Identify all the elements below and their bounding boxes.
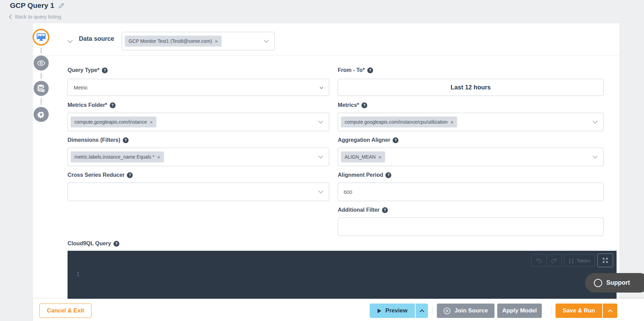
- play-icon: [377, 308, 382, 313]
- redo-button[interactable]: [546, 255, 561, 266]
- metrics-folder-label: Metrics Folder* ?: [68, 101, 116, 109]
- apply-model-button[interactable]: Apply Model: [497, 304, 542, 318]
- back-link-label: Back to query listing: [15, 14, 61, 20]
- stepper-connector: [41, 98, 41, 105]
- help-icon[interactable]: ?: [361, 102, 367, 108]
- editor-line-number: 1: [76, 271, 80, 277]
- help-icon[interactable]: ?: [114, 241, 119, 247]
- datasource-section-label: Data source: [79, 35, 114, 42]
- cancel-exit-button[interactable]: Cancel & Exit: [39, 304, 92, 318]
- remove-tag-icon[interactable]: ×: [450, 120, 453, 125]
- save-run-button[interactable]: Save & Run: [556, 304, 602, 318]
- metrics-tag: compute.googleapis.com/instance/cpu/util…: [341, 116, 457, 127]
- plus-circle-icon: [443, 307, 451, 314]
- eye-icon: [37, 60, 45, 66]
- datasource-tag-label: GCP Monitor Test1 (Test8@some.com): [129, 38, 212, 44]
- undo-button[interactable]: [532, 255, 546, 266]
- stepper-step-datasource-settings[interactable]: [34, 81, 49, 96]
- additional-filter-label: Additional Filter ?: [338, 206, 388, 214]
- help-icon[interactable]: ?: [367, 67, 373, 73]
- fullscreen-expand-icon[interactable]: [597, 254, 613, 267]
- query-title-text: GCP Query 1: [10, 1, 54, 10]
- preview-button[interactable]: Preview: [370, 304, 415, 318]
- button-divider: [432, 306, 433, 315]
- chevron-down-icon: [318, 189, 323, 195]
- alignment-period-input[interactable]: [338, 183, 604, 201]
- datasource-select[interactable]: GCP Monitor Test1 (Test8@some.com) ×: [122, 32, 275, 50]
- edit-title-pencil-icon[interactable]: [58, 2, 65, 9]
- editor-toolbar: {:} Token: [531, 254, 613, 267]
- remove-tag-icon[interactable]: ×: [157, 155, 160, 160]
- stepper-step-visualization[interactable]: [33, 29, 49, 46]
- help-icon[interactable]: ?: [127, 172, 133, 178]
- chevron-down-icon: [318, 154, 323, 160]
- dimensions-filters-select[interactable]: metric.labels.instance_name Equals * ×: [68, 148, 329, 166]
- help-icon[interactable]: ?: [123, 137, 129, 143]
- query-type-select[interactable]: Metric: [68, 79, 329, 96]
- chevron-down-icon: [320, 84, 323, 90]
- help-icon[interactable]: ?: [102, 67, 108, 73]
- chevron-down-icon: [593, 154, 598, 160]
- chevron-down-icon: [318, 119, 323, 125]
- preview-expand-chevron-button[interactable]: [416, 304, 428, 318]
- chevron-left-icon: [9, 14, 12, 19]
- alignment-period-label: Alignment Period ?: [338, 171, 391, 179]
- section-divider: [33, 55, 619, 55]
- save-run-expand-chevron-button[interactable]: [603, 304, 617, 318]
- cross-series-reducer-select[interactable]: [68, 183, 329, 201]
- token-button[interactable]: {:} Token: [564, 254, 595, 267]
- dimensions-tag: metric.labels.instance_name Equals * ×: [71, 151, 164, 162]
- help-icon[interactable]: ?: [393, 137, 398, 143]
- stepper-step-settings[interactable]: [34, 107, 49, 122]
- from-to-label: From - To* ?: [338, 66, 373, 74]
- remove-tag-icon[interactable]: ×: [215, 39, 218, 44]
- additional-filter-input[interactable]: [338, 218, 604, 236]
- cloud9ql-label: Cloud9QL Query ?: [68, 240, 119, 247]
- aggregation-aligner-tag: ALIGN_MEAN ×: [341, 151, 385, 162]
- aggregation-aligner-select[interactable]: ALIGN_MEAN ×: [338, 148, 604, 166]
- database-gear-icon: [37, 84, 45, 93]
- remove-tag-icon[interactable]: ×: [150, 120, 153, 125]
- join-source-button[interactable]: Join Source: [437, 304, 494, 318]
- help-icon[interactable]: ?: [110, 102, 116, 108]
- page-title: GCP Query 1: [10, 1, 65, 10]
- save-run-split-button: Save & Run: [556, 304, 617, 318]
- chevron-down-icon: [264, 38, 269, 44]
- cloud9ql-code-editor[interactable]: 1 {:} Token: [68, 251, 617, 299]
- from-to-input[interactable]: Last 12 hours: [338, 79, 604, 96]
- chart-monitor-icon: [36, 33, 46, 41]
- query-type-label: Query Type* ?: [68, 66, 108, 74]
- metrics-folder-tag: compute.googleapis.com/instance ×: [71, 116, 156, 127]
- remove-tag-icon[interactable]: ×: [378, 155, 381, 160]
- stepper-connector: [41, 73, 41, 79]
- stepper-step-preview[interactable]: [34, 55, 49, 71]
- cross-series-reducer-label: Cross Series Reducer ?: [68, 171, 133, 179]
- from-to-value: Last 12 hours: [451, 84, 491, 91]
- support-button[interactable]: Support: [585, 273, 644, 293]
- support-label: Support: [606, 279, 630, 286]
- help-icon[interactable]: ?: [385, 172, 391, 178]
- datasource-collapse-chevron-icon[interactable]: [67, 39, 73, 45]
- datasource-tag: GCP Monitor Test1 (Test8@some.com) ×: [125, 36, 222, 47]
- back-to-query-listing-link[interactable]: Back to query listing: [9, 14, 61, 20]
- help-icon[interactable]: ?: [382, 207, 388, 213]
- metrics-select[interactable]: compute.googleapis.com/instance/cpu/util…: [338, 113, 604, 131]
- metrics-label: Metrics* ?: [338, 101, 367, 109]
- token-braces-icon: {:}: [569, 258, 574, 263]
- dimensions-filters-label: Dimensions (Filters) ?: [68, 136, 129, 144]
- token-button-label: Token: [576, 258, 590, 263]
- chevron-down-icon: [593, 119, 598, 125]
- footer-action-bar: Cancel & Exit Preview Join Source Apply …: [33, 299, 644, 321]
- stepper-connector: [41, 48, 41, 53]
- metrics-folder-select[interactable]: compute.googleapis.com/instance ×: [68, 113, 329, 131]
- button-divider: [551, 306, 552, 315]
- question-circle-icon: [594, 279, 602, 287]
- aggregation-aligner-label: Aggregation Aligner ?: [338, 136, 398, 144]
- undo-redo-group: [531, 254, 562, 267]
- preview-split-button: Preview: [370, 304, 428, 318]
- query-type-value: Metric: [68, 85, 88, 90]
- gear-icon: [37, 110, 45, 119]
